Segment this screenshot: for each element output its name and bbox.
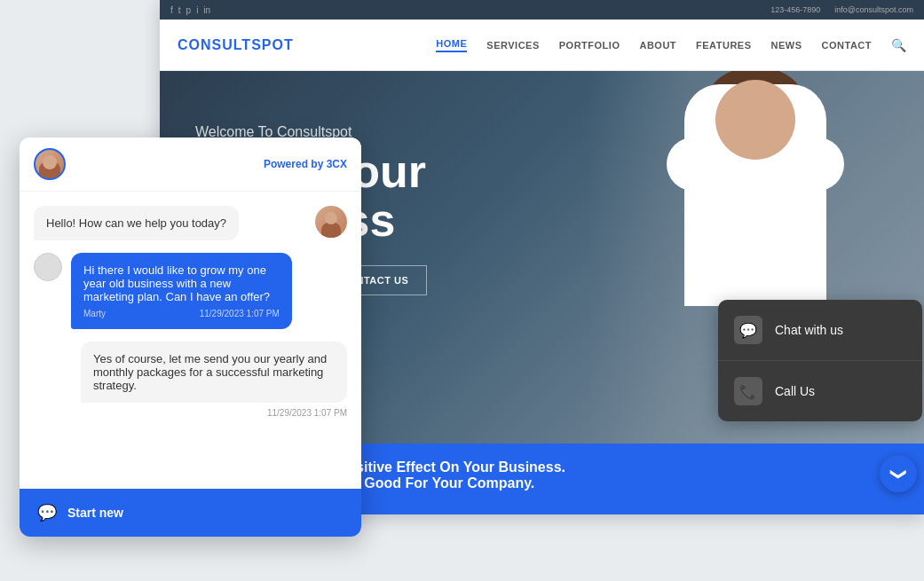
pinterest-icon: p xyxy=(186,5,192,15)
social-icons: f t p i in xyxy=(170,5,210,15)
site-logo[interactable]: CONSULTSPOT xyxy=(178,37,294,53)
powered-by: Powered by 3CX xyxy=(264,158,347,170)
message-agent-1: Hello! How can we help you today? xyxy=(34,206,347,240)
call-us-option[interactable]: 📞 Call Us xyxy=(718,361,922,421)
instagram-icon: i xyxy=(196,5,198,15)
chat-with-us-label: Chat with us xyxy=(775,323,843,337)
chat-footer-icon: 💬 xyxy=(37,503,57,522)
nav-link-features[interactable]: FEATURES xyxy=(696,40,751,51)
agent-bubble-1: Hello! How can we help you today? xyxy=(34,206,239,240)
call-us-label: Call Us xyxy=(775,384,815,398)
twitter-icon: t xyxy=(178,5,181,15)
user-message-meta: Marty 11/29/2023 1:07 PM xyxy=(83,309,280,318)
agent-head-right xyxy=(325,212,337,224)
topbar-contact: 123-456-7890 info@consultspot.com xyxy=(770,5,913,14)
agent-reply-bubble: Yes of course, let me send you our yearl… xyxy=(34,342,347,418)
search-icon[interactable]: 🔍 xyxy=(891,38,906,52)
powered-brand: 3CX xyxy=(327,158,347,170)
phone-icon: 📞 xyxy=(734,377,762,405)
linkedin-icon: in xyxy=(203,5,210,15)
nav-link-services[interactable]: SERVICES xyxy=(486,40,539,51)
powered-by-label: Powered by xyxy=(264,158,323,170)
agent-reply-meta: 11/29/2023 1:07 PM xyxy=(34,408,347,418)
user-time: 11/29/2023 1:07 PM xyxy=(200,309,280,318)
scroll-down-button[interactable]: ❯ xyxy=(880,455,917,492)
user-avatar xyxy=(34,253,62,281)
nav-links: HOME SERVICES PORTFOLIO ABOUT FEATURES N… xyxy=(436,38,906,52)
user-message-text: Hi there I would like to grow my one yea… xyxy=(83,263,280,303)
nav-link-about[interactable]: ABOUT xyxy=(639,40,676,51)
message-user-1: Hi there I would like to grow my one yea… xyxy=(34,253,347,329)
user-bubble-1: Hi there I would like to grow my one yea… xyxy=(71,253,292,329)
chevron-down-icon: ❯ xyxy=(888,467,908,481)
nav-link-home[interactable]: HOME xyxy=(436,38,467,52)
chat-widget: Powered by 3CX Hello! How can we help yo… xyxy=(20,137,361,537)
woman-face xyxy=(715,80,795,160)
nav-link-news[interactable]: NEWS xyxy=(771,40,802,51)
nav-link-contact[interactable]: CONTACT xyxy=(822,40,872,51)
chat-header: Powered by 3CX xyxy=(20,137,361,192)
agent-reply-time: 11/29/2023 1:07 PM xyxy=(267,408,347,418)
agent-reply-text: Yes of course, let me send you our yearl… xyxy=(81,342,347,403)
start-new-label: Start new xyxy=(67,506,123,520)
nav-bar: CONSULTSPOT HOME SERVICES PORTFOLIO ABOU… xyxy=(160,20,924,71)
chat-footer[interactable]: 💬 Start new xyxy=(20,489,361,537)
top-bar: f t p i in 123-456-7890 info@consultspot… xyxy=(160,0,924,20)
message-agent-reply: Yes of course, let me send you our yearl… xyxy=(34,342,347,418)
chat-options-popup: 💬 Chat with us 📞 Call Us xyxy=(718,300,922,421)
facebook-icon: f xyxy=(170,5,173,15)
chat-icon: 💬 xyxy=(734,316,762,344)
agent-avatar xyxy=(34,148,66,180)
chat-messages: Hello! How can we help you today? Hi the… xyxy=(20,192,361,489)
agent-head xyxy=(43,155,57,169)
agent-avatar-right xyxy=(315,206,347,238)
chat-with-us-option[interactable]: 💬 Chat with us xyxy=(718,300,922,361)
topbar-email: info@consultspot.com xyxy=(834,5,913,14)
nav-link-portfolio[interactable]: PORTFOLIO xyxy=(559,40,620,51)
topbar-phone: 123-456-7890 xyxy=(770,5,820,14)
user-sender: Marty xyxy=(83,309,106,318)
